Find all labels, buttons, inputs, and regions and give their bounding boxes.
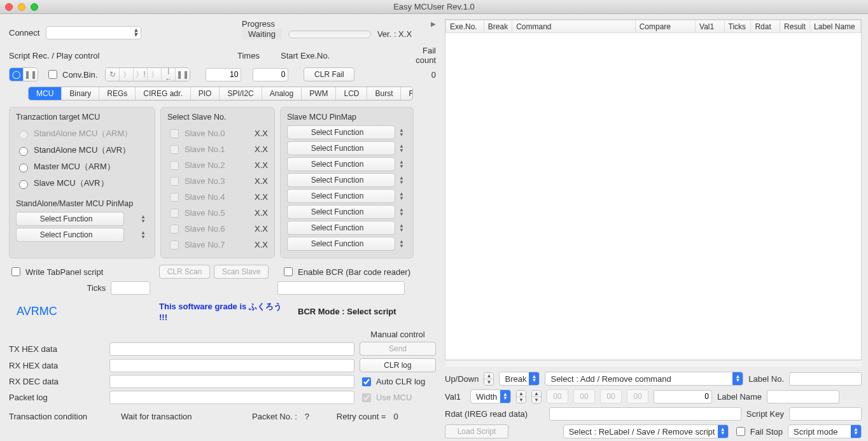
fail-count-label: Fail count xyxy=(400,46,436,65)
slave-check-2 xyxy=(170,161,179,170)
start-exe-label: Start Exe.No. xyxy=(281,51,335,60)
tab-lcd[interactable]: LCD xyxy=(336,87,367,100)
record-icon[interactable]: ◯ xyxy=(10,68,24,81)
window-title: Easy MCUser Rev.1.0 xyxy=(0,2,868,11)
val1-label: Val1 xyxy=(445,392,465,402)
val1-box-2[interactable]: 00 xyxy=(600,389,622,403)
label-no-input[interactable] xyxy=(789,372,862,386)
horizontal-scrollbar[interactable] xyxy=(445,360,862,367)
mcu-opt-3[interactable] xyxy=(19,180,28,189)
pause2-icon[interactable]: ❚❚ xyxy=(176,68,190,81)
col-command[interactable]: Command xyxy=(512,20,636,33)
col-rdat[interactable]: Rdat xyxy=(751,20,780,33)
rx-hex-input[interactable] xyxy=(109,359,354,372)
clr-fail-button[interactable]: CLR Fail xyxy=(304,67,354,81)
mcu-opt-1-label: StandAlone MCU（AVR） xyxy=(34,144,130,156)
step-break-icon[interactable]: 〉! xyxy=(134,68,148,81)
script-mode-select[interactable]: Script mode ▲▼ xyxy=(788,424,862,438)
pause-icon[interactable]: ❚❚ xyxy=(24,68,38,81)
relabel-select-label: Select : ReLabel / Save / Remove script xyxy=(569,427,715,437)
slave-pin-select-3[interactable]: Select Function xyxy=(287,173,395,187)
loop-icon[interactable]: ↻ xyxy=(106,68,120,81)
slave-pin-select-5[interactable]: Select Function xyxy=(287,205,395,219)
col-break[interactable]: Break xyxy=(484,20,512,33)
send-button[interactable]: Send xyxy=(360,342,436,356)
retry-count-value: 0 xyxy=(394,412,398,421)
fail-stop-checkbox[interactable] xyxy=(736,427,745,436)
write-tabpanel-checkbox[interactable] xyxy=(11,267,20,276)
progress-label: Progress xyxy=(242,19,275,29)
col-exe-no-[interactable]: Exe.No. xyxy=(446,20,484,33)
val1-total-input[interactable] xyxy=(654,390,712,403)
step-icon[interactable]: 〉 xyxy=(120,68,134,81)
master-pin-select-0[interactable]: Select Function xyxy=(16,212,124,226)
rewind-icon[interactable]: |← xyxy=(162,68,176,81)
convbin-checkbox[interactable] xyxy=(48,70,57,79)
mcu-opt-1[interactable] xyxy=(19,147,28,156)
width-select[interactable]: Width ▲▼ xyxy=(470,389,511,403)
updown-stepper[interactable]: ▲▼ xyxy=(484,372,494,386)
slave-pin-select-1[interactable]: Select Function xyxy=(287,141,395,155)
tx-hex-input[interactable] xyxy=(109,342,354,356)
master-pin-select-1[interactable]: Select Function xyxy=(16,228,124,242)
val1-box-3[interactable]: 00 xyxy=(627,389,648,403)
tab-firm[interactable]: Firm. xyxy=(401,87,413,100)
col-ticks[interactable]: Ticks xyxy=(724,20,751,33)
relabel-select[interactable]: Select : ReLabel / Save / Remove script … xyxy=(563,424,729,438)
slave-pin-select-0[interactable]: Select Function xyxy=(287,125,395,139)
clr-log-button[interactable]: CLR log xyxy=(360,358,436,372)
load-script-button[interactable]: Load Script xyxy=(445,424,508,438)
val1-box-1[interactable]: 00 xyxy=(573,389,595,403)
tab-cireg[interactable]: CIREG adr. xyxy=(136,87,190,100)
enable-bcr-checkbox[interactable] xyxy=(284,267,293,276)
slave-val-2: X.X xyxy=(255,160,268,170)
start-exe-input[interactable] xyxy=(253,68,288,81)
packet-log-input[interactable] xyxy=(109,391,354,404)
slave-label-1: Slave No.1 xyxy=(185,144,225,154)
bcr-input[interactable] xyxy=(277,281,405,295)
col-val1[interactable]: Val1 xyxy=(696,20,725,33)
slave-pin-select-2[interactable]: Select Function xyxy=(287,157,395,171)
tab-burst[interactable]: Burst xyxy=(367,87,401,100)
rx-dec-input[interactable] xyxy=(109,375,354,388)
retry-count-label: Retry count = xyxy=(337,412,386,421)
auto-clr-log-checkbox[interactable] xyxy=(362,377,371,386)
tab-regs[interactable]: REGs xyxy=(99,87,136,100)
col-label-name[interactable]: Label Name xyxy=(810,20,861,33)
scan-slave-button[interactable]: Scan Slave xyxy=(214,265,269,279)
ticks-input[interactable] xyxy=(111,281,150,295)
slave-pin-select-6[interactable]: Select Function xyxy=(287,221,395,235)
tab-pio[interactable]: PIO xyxy=(191,87,220,100)
slave-pin-select-7[interactable]: Select Function xyxy=(287,237,395,251)
connect-select[interactable] xyxy=(46,26,141,39)
break-select[interactable]: Break ▲▼ xyxy=(499,372,540,386)
col-compare[interactable]: Compare xyxy=(635,20,695,33)
tab-pwm[interactable]: PWM xyxy=(302,87,336,100)
add-remove-select[interactable]: Select : Add / Remove command ▲▼ xyxy=(545,372,743,386)
tab-spii2c[interactable]: SPI/I2C xyxy=(220,87,262,100)
col-result[interactable]: Result xyxy=(780,20,810,33)
slave-val-5: X.X xyxy=(255,208,268,218)
rdat-input[interactable] xyxy=(549,407,741,421)
play-icon[interactable]: 〉 xyxy=(148,68,162,81)
grade-text: This software grade is ふくろう !!! xyxy=(159,301,286,322)
slave-pin-select-4[interactable]: Select Function xyxy=(287,189,395,203)
mcu-opt-2[interactable] xyxy=(19,164,28,172)
tab-analog[interactable]: Analog xyxy=(262,87,302,100)
bcr-mode-text: BCR Mode : Select script xyxy=(298,307,396,316)
times-input[interactable] xyxy=(206,68,241,81)
tab-bar: MCU Binary REGs CIREG adr. PIO SPI/I2C A… xyxy=(28,87,413,101)
val1-stepper-1[interactable]: ▲▼ xyxy=(516,390,526,403)
label-name-input[interactable] xyxy=(767,390,839,403)
auto-clr-log-label: Auto CLR log xyxy=(376,377,425,386)
script-key-input[interactable] xyxy=(789,407,862,421)
tab-mcu[interactable]: MCU xyxy=(29,87,62,100)
clr-scan-button[interactable]: CLR Scan xyxy=(159,265,210,279)
tx-hex-label: TX HEX data xyxy=(9,344,104,354)
script-table[interactable]: Exe.No.BreakCommandCompareVal1TicksRdatR… xyxy=(445,19,862,360)
val1-stepper-2[interactable]: ▲▼ xyxy=(531,390,542,403)
pinmap-title: StandAlone/Master MCU PinMap xyxy=(16,199,148,208)
tab-binary[interactable]: Binary xyxy=(62,87,99,100)
rdat-label: Rdat (IREG read data) xyxy=(445,409,544,419)
val1-box-0[interactable]: 00 xyxy=(547,389,568,403)
